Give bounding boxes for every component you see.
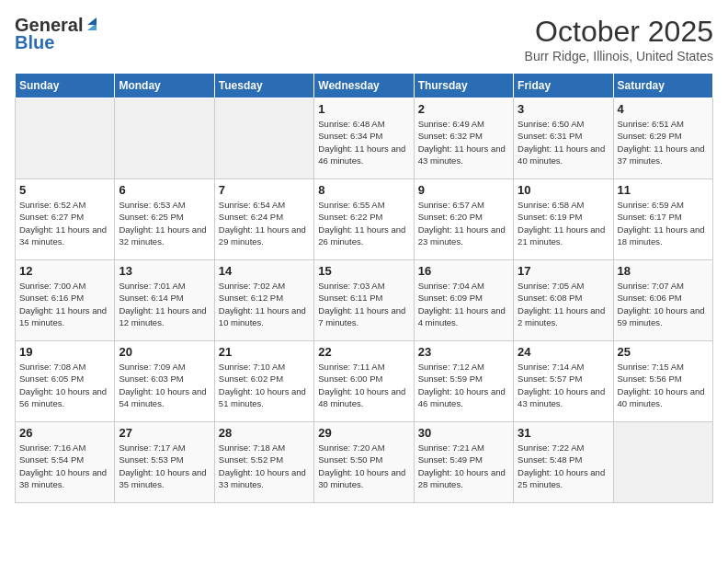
day-number: 21 bbox=[219, 345, 310, 359]
calendar-cell: 7Sunrise: 6:54 AMSunset: 6:24 PMDaylight… bbox=[214, 179, 313, 260]
weekday-header: Wednesday bbox=[314, 74, 414, 98]
day-info: Sunrise: 7:16 AMSunset: 5:54 PMDaylight:… bbox=[19, 442, 110, 490]
day-number: 5 bbox=[19, 183, 110, 197]
day-number: 9 bbox=[418, 183, 509, 197]
calendar-cell: 8Sunrise: 6:55 AMSunset: 6:22 PMDaylight… bbox=[314, 179, 414, 260]
day-number: 1 bbox=[318, 102, 409, 116]
day-number: 23 bbox=[418, 345, 509, 359]
day-info: Sunrise: 7:10 AMSunset: 6:02 PMDaylight:… bbox=[219, 361, 310, 409]
calendar-cell: 20Sunrise: 7:09 AMSunset: 6:03 PMDayligh… bbox=[115, 341, 214, 422]
day-number: 19 bbox=[19, 345, 110, 359]
calendar-cell: 19Sunrise: 7:08 AMSunset: 6:05 PMDayligh… bbox=[16, 341, 115, 422]
svg-marker-1 bbox=[87, 17, 97, 25]
day-number: 3 bbox=[518, 102, 609, 116]
logo-blue: Blue bbox=[15, 32, 54, 53]
day-number: 8 bbox=[318, 183, 409, 197]
day-info: Sunrise: 7:09 AMSunset: 6:03 PMDaylight:… bbox=[119, 361, 210, 409]
day-info: Sunrise: 7:20 AMSunset: 5:50 PMDaylight:… bbox=[318, 442, 409, 490]
day-number: 17 bbox=[518, 264, 609, 278]
day-info: Sunrise: 7:05 AMSunset: 6:08 PMDaylight:… bbox=[518, 280, 609, 328]
weekday-header: Tuesday bbox=[214, 74, 313, 98]
calendar-cell bbox=[613, 422, 712, 503]
day-number: 14 bbox=[219, 264, 310, 278]
day-number: 13 bbox=[119, 264, 210, 278]
page-title: October 2025 bbox=[525, 15, 713, 49]
calendar-cell: 31Sunrise: 7:22 AMSunset: 5:48 PMDayligh… bbox=[514, 422, 613, 503]
weekday-header-row: SundayMondayTuesdayWednesdayThursdayFrid… bbox=[16, 74, 713, 98]
calendar-cell: 12Sunrise: 7:00 AMSunset: 6:16 PMDayligh… bbox=[16, 260, 115, 341]
calendar-cell: 5Sunrise: 6:52 AMSunset: 6:27 PMDaylight… bbox=[16, 179, 115, 260]
day-number: 20 bbox=[119, 345, 210, 359]
calendar-cell: 17Sunrise: 7:05 AMSunset: 6:08 PMDayligh… bbox=[514, 260, 613, 341]
day-number: 27 bbox=[119, 426, 210, 440]
day-info: Sunrise: 6:57 AMSunset: 6:20 PMDaylight:… bbox=[418, 199, 509, 247]
calendar-cell: 22Sunrise: 7:11 AMSunset: 6:00 PMDayligh… bbox=[314, 341, 414, 422]
page-subtitle: Burr Ridge, Illinois, United States bbox=[525, 49, 713, 63]
day-number: 30 bbox=[418, 426, 509, 440]
day-info: Sunrise: 7:22 AMSunset: 5:48 PMDaylight:… bbox=[518, 442, 609, 490]
day-number: 22 bbox=[318, 345, 409, 359]
logo: General Blue bbox=[15, 15, 100, 53]
calendar-cell: 16Sunrise: 7:04 AMSunset: 6:09 PMDayligh… bbox=[414, 260, 513, 341]
day-info: Sunrise: 7:02 AMSunset: 6:12 PMDaylight:… bbox=[219, 280, 310, 328]
day-info: Sunrise: 6:52 AMSunset: 6:27 PMDaylight:… bbox=[19, 199, 110, 247]
day-number: 4 bbox=[618, 102, 709, 116]
day-info: Sunrise: 6:58 AMSunset: 6:19 PMDaylight:… bbox=[518, 199, 609, 247]
weekday-header: Thursday bbox=[414, 74, 513, 98]
day-number: 16 bbox=[418, 264, 509, 278]
calendar-cell: 4Sunrise: 6:51 AMSunset: 6:29 PMDaylight… bbox=[613, 98, 712, 179]
weekday-header: Monday bbox=[115, 74, 214, 98]
page-header: General Blue October 2025 Burr Ridge, Il… bbox=[15, 15, 713, 63]
calendar-week-row: 19Sunrise: 7:08 AMSunset: 6:05 PMDayligh… bbox=[16, 341, 713, 422]
calendar-cell bbox=[16, 98, 115, 179]
day-info: Sunrise: 7:21 AMSunset: 5:49 PMDaylight:… bbox=[418, 442, 509, 490]
calendar-cell: 26Sunrise: 7:16 AMSunset: 5:54 PMDayligh… bbox=[16, 422, 115, 503]
day-number: 11 bbox=[618, 183, 709, 197]
day-number: 18 bbox=[618, 264, 709, 278]
day-info: Sunrise: 7:03 AMSunset: 6:11 PMDaylight:… bbox=[318, 280, 409, 328]
calendar-cell: 24Sunrise: 7:14 AMSunset: 5:57 PMDayligh… bbox=[514, 341, 613, 422]
calendar-week-row: 1Sunrise: 6:48 AMSunset: 6:34 PMDaylight… bbox=[16, 98, 713, 179]
calendar-cell: 15Sunrise: 7:03 AMSunset: 6:11 PMDayligh… bbox=[314, 260, 414, 341]
day-number: 2 bbox=[418, 102, 509, 116]
day-info: Sunrise: 6:54 AMSunset: 6:24 PMDaylight:… bbox=[219, 199, 310, 247]
day-info: Sunrise: 6:50 AMSunset: 6:31 PMDaylight:… bbox=[518, 118, 609, 167]
day-info: Sunrise: 7:14 AMSunset: 5:57 PMDaylight:… bbox=[518, 361, 609, 409]
day-number: 12 bbox=[19, 264, 110, 278]
day-info: Sunrise: 7:17 AMSunset: 5:53 PMDaylight:… bbox=[119, 442, 210, 490]
day-number: 29 bbox=[318, 426, 409, 440]
calendar-cell: 13Sunrise: 7:01 AMSunset: 6:14 PMDayligh… bbox=[115, 260, 214, 341]
weekday-header: Friday bbox=[514, 74, 613, 98]
title-block: October 2025 Burr Ridge, Illinois, Unite… bbox=[525, 15, 713, 63]
weekday-header: Saturday bbox=[613, 74, 712, 98]
day-number: 31 bbox=[518, 426, 609, 440]
day-info: Sunrise: 6:49 AMSunset: 6:32 PMDaylight:… bbox=[418, 118, 509, 167]
calendar-week-row: 26Sunrise: 7:16 AMSunset: 5:54 PMDayligh… bbox=[16, 422, 713, 503]
day-info: Sunrise: 6:55 AMSunset: 6:22 PMDaylight:… bbox=[318, 199, 409, 247]
day-info: Sunrise: 7:18 AMSunset: 5:52 PMDaylight:… bbox=[219, 442, 310, 490]
calendar-cell: 29Sunrise: 7:20 AMSunset: 5:50 PMDayligh… bbox=[314, 422, 414, 503]
calendar-cell: 25Sunrise: 7:15 AMSunset: 5:56 PMDayligh… bbox=[613, 341, 712, 422]
day-number: 7 bbox=[219, 183, 310, 197]
calendar-week-row: 5Sunrise: 6:52 AMSunset: 6:27 PMDaylight… bbox=[16, 179, 713, 260]
day-number: 26 bbox=[19, 426, 110, 440]
calendar-cell: 14Sunrise: 7:02 AMSunset: 6:12 PMDayligh… bbox=[214, 260, 313, 341]
day-info: Sunrise: 7:00 AMSunset: 6:16 PMDaylight:… bbox=[19, 280, 110, 328]
calendar-cell: 11Sunrise: 6:59 AMSunset: 6:17 PMDayligh… bbox=[613, 179, 712, 260]
weekday-header: Sunday bbox=[16, 74, 115, 98]
day-info: Sunrise: 7:12 AMSunset: 5:59 PMDaylight:… bbox=[418, 361, 509, 409]
calendar-cell: 3Sunrise: 6:50 AMSunset: 6:31 PMDaylight… bbox=[514, 98, 613, 179]
day-info: Sunrise: 7:15 AMSunset: 5:56 PMDaylight:… bbox=[618, 361, 709, 409]
day-number: 25 bbox=[618, 345, 709, 359]
calendar-cell: 1Sunrise: 6:48 AMSunset: 6:34 PMDaylight… bbox=[314, 98, 414, 179]
day-info: Sunrise: 6:51 AMSunset: 6:29 PMDaylight:… bbox=[618, 118, 709, 167]
calendar-cell: 23Sunrise: 7:12 AMSunset: 5:59 PMDayligh… bbox=[414, 341, 513, 422]
day-info: Sunrise: 7:01 AMSunset: 6:14 PMDaylight:… bbox=[119, 280, 210, 328]
calendar-cell: 27Sunrise: 7:17 AMSunset: 5:53 PMDayligh… bbox=[115, 422, 214, 503]
calendar-cell: 30Sunrise: 7:21 AMSunset: 5:49 PMDayligh… bbox=[414, 422, 513, 503]
day-info: Sunrise: 7:07 AMSunset: 6:06 PMDaylight:… bbox=[618, 280, 709, 328]
calendar-cell: 28Sunrise: 7:18 AMSunset: 5:52 PMDayligh… bbox=[214, 422, 313, 503]
calendar-cell bbox=[214, 98, 313, 179]
logo-arrow-icon bbox=[84, 16, 100, 32]
day-info: Sunrise: 6:48 AMSunset: 6:34 PMDaylight:… bbox=[318, 118, 409, 167]
